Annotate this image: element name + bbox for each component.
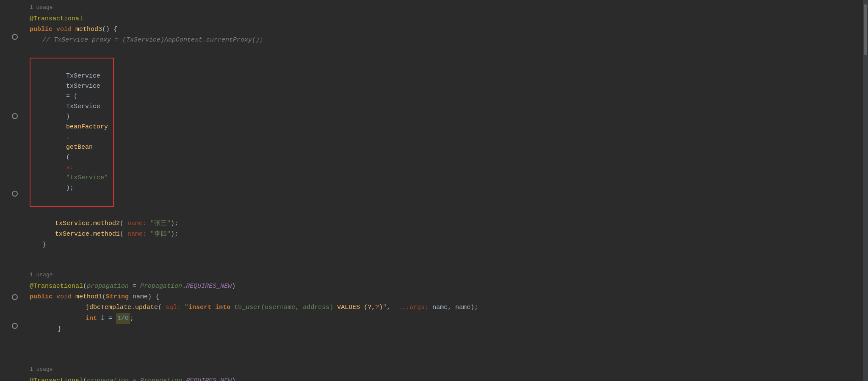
paren-open-3: ( — [120, 229, 127, 239]
param-lisi: "李四" — [150, 229, 171, 239]
txservice-cast: TxService — [66, 103, 100, 110]
anno-paren-open-2: ( — [83, 376, 87, 381]
line-empty-3 — [30, 250, 863, 261]
dot-3: . — [89, 229, 93, 239]
breakpoint-4[interactable] — [12, 294, 18, 300]
jdbc-update-1: update — [135, 303, 158, 313]
param-name-1: name: — [127, 219, 150, 229]
anno-propagation-label-2: propagation — [87, 376, 129, 381]
jdbc-sql-param-1: sql: — [166, 303, 185, 313]
txservice-var: txService — [66, 83, 104, 90]
jdbc-sql-close-1: " — [383, 303, 387, 313]
anno-paren-close-2: ) — [232, 376, 235, 381]
paren-close-1: ); — [66, 184, 74, 192]
anno-equals: = — [129, 281, 140, 292]
jdbc-dot-1: . — [131, 303, 135, 313]
txservice-class-1: TxService — [66, 72, 104, 80]
code-content: 1 usage @Transactional public void metho… — [21, 0, 863, 381]
semicolon-int: ; — [130, 314, 134, 324]
line-brace-2: } — [30, 324, 863, 335]
jdbc-paren-1: ( — [158, 303, 166, 313]
param-name-2: name: — [127, 229, 150, 239]
scrollbar-thumb[interactable] — [864, 4, 867, 55]
jdbc-table-1: tb_user(username, address) — [230, 303, 337, 313]
line-highlighted: TxService txService = ( TxService ) bean… — [30, 56, 863, 209]
line-annotation-3: @Transactional ( propagation = Propagati… — [30, 376, 863, 381]
line-usage-1: 1 usage — [30, 3, 863, 14]
line-method1-sig: public void method1 ( String name) { — [30, 292, 863, 303]
jdbc-sql-open-1: " — [185, 303, 188, 313]
line-method2-call: txService . method2 ( name: "张三" ); — [30, 219, 863, 229]
usage-label-3: 1 usage — [30, 365, 53, 374]
jdbc-args-param-1: ...args: — [398, 303, 432, 313]
beanfactory-ref: beanFactory — [66, 123, 108, 131]
dot-1: . — [66, 133, 70, 141]
line-usage-2: 1 usage — [30, 271, 863, 281]
getbean-method: getBean — [66, 144, 93, 151]
annotation-transactional-3: @Transactional — [30, 376, 83, 381]
annotation-transactional-2: @Transactional — [30, 281, 83, 292]
method-name-1: method1 — [75, 292, 102, 302]
keyword-public-2: public — [30, 292, 56, 302]
method3-paren: () { — [102, 25, 117, 35]
breakpoint-5[interactable] — [12, 323, 18, 329]
line-jdbc-1: jdbcTemplate . update ( sql: " insert in… — [30, 303, 863, 313]
line-empty-2 — [30, 209, 863, 219]
close-brace-1: } — [42, 240, 46, 250]
indent-brace-2 — [42, 324, 58, 334]
line-empty-5 — [30, 335, 863, 345]
paren-close-2: ); — [171, 219, 178, 229]
bean-factory-call: ) — [66, 113, 70, 120]
line-empty-4 — [30, 261, 863, 271]
param-name-str-1: name) { — [133, 292, 159, 302]
paren-open-1: ( — [66, 154, 74, 161]
line-usage-3: 1 usage — [30, 365, 863, 376]
line-empty-6 — [30, 345, 863, 355]
line-annotation-1: @Transactional — [30, 14, 863, 25]
anno-equals-2: = — [129, 376, 140, 381]
gutter — [0, 0, 21, 381]
param-type-string-1: String — [106, 292, 133, 302]
anno-requires-new-2: REQUIRES_NEW — [186, 376, 232, 381]
anno-dot: . — [182, 281, 186, 292]
indent-int — [55, 314, 86, 324]
keyword-void-1: void — [56, 25, 75, 35]
breakpoint-3[interactable] — [12, 191, 18, 197]
usage-label-2: 1 usage — [30, 271, 53, 280]
anno-paren-close: ) — [232, 281, 235, 292]
line-int: int i = 1/0 ; — [30, 313, 863, 324]
param-zhangsan: "张三" — [150, 219, 171, 229]
breakpoint-2[interactable] — [12, 113, 18, 119]
anno-dot-2: . — [182, 376, 186, 381]
jdbc-args-sep-1: , — [387, 303, 398, 313]
scrollbar[interactable] — [863, 0, 868, 381]
anno-paren-open: ( — [83, 281, 87, 292]
indent-jdbc-1 — [55, 303, 86, 313]
txservice-ref-2: txService — [55, 219, 89, 229]
jdbc-template-1: jdbcTemplate — [86, 303, 131, 313]
jdbc-args-vals-1: name, name); — [432, 303, 478, 313]
assign-op: = ( — [66, 93, 77, 100]
method2-ref: method2 — [93, 219, 120, 229]
line-method1-call: txService . method1 ( name: "李四" ); — [30, 229, 863, 240]
highlighted-statement: TxService txService = ( TxService ) bean… — [30, 58, 114, 207]
param-s: s: — [66, 164, 77, 171]
line-brace-1: } — [30, 240, 863, 250]
jdbc-values-1: VALUES (?,?) — [337, 303, 383, 313]
line-comment: // TxService proxy = (TxService)AopConte… — [30, 35, 863, 46]
param-txservice-string: "txService" — [66, 174, 108, 181]
usage-label-1: 1 usage — [30, 3, 53, 12]
paren-open-2: ( — [120, 219, 127, 229]
breakpoint-1[interactable] — [12, 34, 18, 40]
method1-ref: method1 — [93, 229, 120, 239]
jdbc-insert-1: insert into — [188, 303, 230, 313]
code-editor: 1 usage @Transactional public void metho… — [0, 0, 868, 381]
anno-propagation-class-2: Propagation — [140, 376, 182, 381]
method-name-3: method3 — [75, 25, 102, 35]
keyword-public-1: public — [30, 25, 56, 35]
method1-params: ( — [102, 292, 106, 302]
keyword-int: int — [86, 314, 101, 324]
close-brace-2: } — [58, 324, 61, 334]
keyword-void-2: void — [56, 292, 75, 302]
paren-close-3: ); — [171, 229, 178, 239]
